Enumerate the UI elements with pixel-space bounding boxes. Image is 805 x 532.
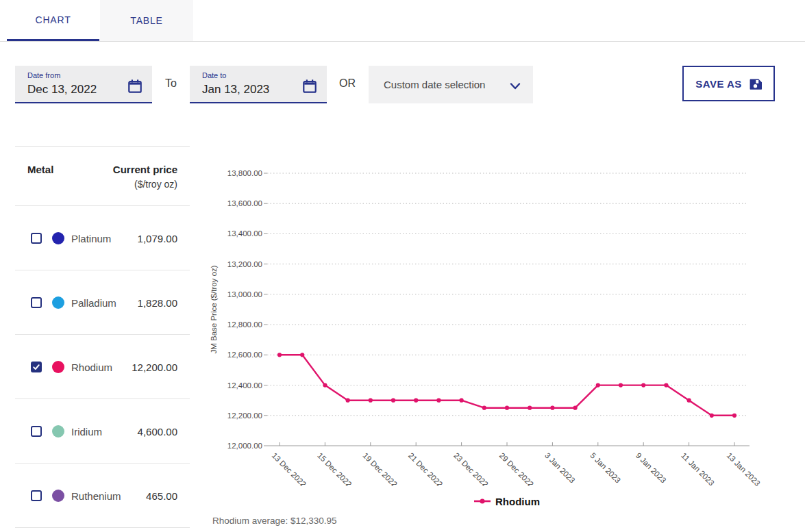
price-column-unit: ($/troy oz): [134, 179, 177, 190]
custom-date-selection-dropdown[interactable]: Custom date selection: [369, 66, 533, 103]
date-to-label: Date to: [202, 71, 226, 79]
metal-row: Platinum 1,079.00: [15, 206, 190, 270]
metal-color-dot: [52, 296, 64, 309]
svg-text:13 Dec 2022: 13 Dec 2022: [271, 451, 308, 486]
svg-text:12,600.00: 12,600.00: [227, 351, 262, 359]
svg-text:3 Jan 2023: 3 Jan 2023: [543, 451, 577, 485]
svg-text:12,000.00: 12,000.00: [227, 442, 262, 450]
svg-text:12,400.00: 12,400.00: [227, 381, 262, 390]
series-average-text: Rhodium average: $12,330.95: [212, 516, 337, 526]
metals-header: Metal Current price ($/troy oz): [15, 147, 190, 206]
tab-chart[interactable]: CHART: [7, 0, 99, 41]
svg-text:JM Base Price ($/troy oz): JM Base Price ($/troy oz): [210, 265, 218, 353]
metal-name: Palladium: [71, 297, 116, 309]
svg-text:15 Dec 2022: 15 Dec 2022: [316, 451, 354, 486]
save-as-button[interactable]: SAVE AS: [682, 66, 775, 101]
price-column-header: Current price: [113, 164, 177, 175]
to-label: To: [165, 77, 177, 90]
metal-color-dot: [52, 232, 64, 244]
metal-row: Ruthenium 465.00: [15, 464, 190, 528]
metal-price: 1,828.00: [138, 297, 177, 309]
tabs-divider: [0, 41, 805, 42]
metal-checkbox[interactable]: [31, 426, 42, 437]
tab-table-label: TABLE: [130, 15, 162, 26]
svg-text:12,200.00: 12,200.00: [227, 411, 262, 420]
metal-row: Rhodium 12,200.00: [15, 335, 190, 399]
save-as-label: SAVE AS: [695, 78, 742, 90]
legend-series-label: Rhodium: [495, 496, 540, 507]
metal-row: Iridium 4,600.00: [15, 399, 190, 464]
metal-price: 1,079.00: [138, 233, 177, 244]
metal-name: Ruthenium: [71, 490, 121, 502]
svg-text:23 Dec 2022: 23 Dec 2022: [452, 451, 490, 486]
metal-name: Platinum: [71, 233, 111, 244]
svg-text:13,400.00: 13,400.00: [227, 229, 262, 238]
svg-text:9 Jan 2023: 9 Jan 2023: [634, 451, 668, 485]
calendar-icon[interactable]: [127, 79, 143, 94]
date-to-field[interactable]: Date to Jan 13, 2023: [190, 66, 327, 103]
chart-legend[interactable]: Rhodium: [267, 495, 747, 507]
metal-price: 4,600.00: [138, 426, 177, 438]
metal-checkbox[interactable]: [31, 490, 42, 501]
date-from-label: Date from: [27, 71, 60, 79]
metal-column-header: Metal: [27, 164, 53, 175]
price-line-chart[interactable]: 12,000.0012,200.0012,400.0012,600.0012,8…: [206, 161, 805, 486]
metal-prices-page: { "tabs": [ { "label": "CHART", "active"…: [0, 0, 805, 532]
date-from-value: Dec 13, 2022: [27, 83, 97, 97]
date-to-value: Jan 13, 2023: [202, 83, 269, 97]
svg-text:13,000.00: 13,000.00: [227, 290, 262, 299]
tab-bar: CHART TABLE: [0, 0, 805, 42]
date-from-field[interactable]: Date from Dec 13, 2022: [15, 66, 152, 103]
svg-text:19 Dec 2022: 19 Dec 2022: [361, 451, 399, 486]
metal-color-dot: [52, 425, 64, 438]
metal-checkbox[interactable]: [31, 297, 42, 308]
chevron-down-icon: [510, 81, 521, 89]
svg-text:29 Dec 2022: 29 Dec 2022: [498, 451, 536, 486]
dropdown-selected-value: Custom date selection: [384, 79, 485, 90]
metal-name: Rhodium: [71, 362, 112, 373]
metal-color-dot: [52, 490, 64, 502]
tab-table[interactable]: TABLE: [100, 0, 193, 41]
metal-checkbox[interactable]: [31, 362, 42, 372]
calendar-icon[interactable]: [302, 79, 317, 94]
svg-text:12,800.00: 12,800.00: [227, 320, 262, 329]
metal-price: 465.00: [146, 490, 177, 502]
or-label: OR: [339, 77, 356, 90]
svg-text:13,200.00: 13,200.00: [227, 260, 262, 268]
svg-text:13 Jan 2023: 13 Jan 2023: [726, 451, 762, 486]
metal-checkbox[interactable]: [31, 233, 42, 244]
svg-text:13,600.00: 13,600.00: [227, 199, 262, 207]
tab-chart-label: CHART: [36, 14, 71, 25]
save-floppy-icon: [749, 77, 762, 90]
metal-color-dot: [52, 361, 64, 373]
legend-series-marker-icon: [474, 495, 491, 507]
svg-text:11 Jan 2023: 11 Jan 2023: [680, 451, 716, 486]
metals-list: Platinum 1,079.00 Palladium 1,828.00 Rho…: [15, 206, 190, 528]
metal-row: Palladium 1,828.00: [15, 270, 190, 335]
svg-text:21 Dec 2022: 21 Dec 2022: [407, 451, 445, 486]
metals-panel: Metal Current price ($/troy oz) Platinum…: [15, 146, 190, 528]
metal-name: Iridium: [71, 426, 102, 438]
metal-price: 12,200.00: [132, 362, 177, 373]
svg-text:5 Jan 2023: 5 Jan 2023: [589, 451, 622, 485]
svg-text:13,800.00: 13,800.00: [227, 169, 262, 177]
